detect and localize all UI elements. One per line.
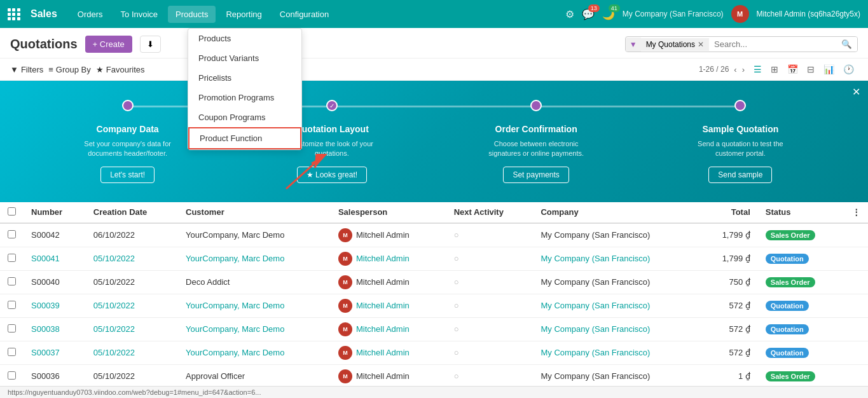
nav-orders[interactable]: Orders (70, 6, 111, 23)
cell-activity[interactable]: ○ (446, 247, 534, 270)
pivot-view-button[interactable]: ⊟ (803, 62, 818, 76)
cell-total: 572 ₫ (700, 294, 758, 317)
cell-salesperson: M Mitchell Admin (331, 270, 446, 294)
step3-button[interactable]: Set payments (503, 167, 568, 183)
dropdown-coupon-programs[interactable]: Coupon Programs (188, 107, 301, 127)
search-input[interactable] (709, 37, 836, 51)
cell-salesperson: M Mitchell Admin (331, 364, 446, 388)
my-quotations-filter[interactable]: My Quotations ✕ (641, 38, 709, 51)
cell-total: 750 ₫ (700, 270, 758, 294)
row-checkbox[interactable] (0, 247, 24, 270)
search-button[interactable]: 🔍 (836, 37, 857, 51)
nav-reporting[interactable]: Reporting (218, 6, 269, 23)
create-button[interactable]: + Create (85, 36, 132, 53)
nav-products[interactable]: Products (168, 6, 216, 23)
row-checkbox[interactable] (0, 364, 24, 388)
col-options[interactable]: ⋮ (844, 202, 868, 223)
cell-status: Quotation (758, 247, 844, 270)
row-checkbox[interactable] (0, 223, 24, 247)
cell-activity[interactable]: ○ (446, 364, 534, 388)
cell-number[interactable]: S00037 (24, 341, 86, 364)
cell-salesperson: M Mitchell Admin (331, 294, 446, 317)
step4-desc: Send a quotation to test the customer po… (689, 139, 791, 159)
table-row: S00041 05/10/2022 YourCompany, Marc Demo… (0, 247, 868, 270)
banner-close-button[interactable]: ✕ (852, 86, 860, 98)
dropdown-pricelists[interactable]: Pricelists (188, 68, 301, 88)
chat-badge[interactable]: 💬 13 (582, 8, 595, 20)
cell-customer[interactable]: Approval Officer (178, 364, 331, 388)
row-checkbox[interactable] (0, 317, 24, 341)
next-page-button[interactable]: › (742, 65, 745, 74)
banner-step-sample: Sample Quotation Send a quotation to tes… (638, 100, 843, 183)
cell-number[interactable]: S00040 (24, 270, 86, 294)
cell-number[interactable]: S00036 (24, 364, 86, 388)
kanban-view-button[interactable]: ⊞ (767, 62, 782, 76)
col-customer: Customer (178, 202, 331, 223)
app-logo[interactable] (8, 8, 20, 20)
table-row: S00040 05/10/2022 Deco Addict M Mitchell… (0, 270, 868, 294)
red-arrow (280, 154, 337, 195)
cell-activity[interactable]: ○ (446, 341, 534, 364)
step3-desc: Choose between electronic signatures or … (485, 139, 587, 159)
step4-button[interactable]: Send sample (708, 167, 772, 183)
data-table-container: Number Creation Date Customer Salesperso… (0, 202, 868, 388)
cell-customer[interactable]: YourCompany, Marc Demo (178, 223, 331, 247)
status-bar: https://nguyentuanduy0703.viindoo.com/we… (0, 386, 868, 398)
cell-number[interactable]: S00041 (24, 247, 86, 270)
row-checkbox[interactable] (0, 341, 24, 364)
cell-activity[interactable]: ○ (446, 294, 534, 317)
group-by-button[interactable]: ≡ Group By (48, 65, 91, 74)
cell-total: 1,799 ₫ (700, 247, 758, 270)
dropdown-products[interactable]: Products (188, 29, 301, 48)
nav-to-invoice[interactable]: To Invoice (113, 6, 166, 23)
cell-salesperson: M Mitchell Admin (331, 317, 446, 341)
select-all-checkbox[interactable] (0, 202, 24, 223)
nav-configuration[interactable]: Configuration (272, 6, 336, 23)
cell-customer[interactable]: YourCompany, Marc Demo (178, 341, 331, 364)
cell-date: 05/10/2022 (86, 294, 178, 317)
prev-page-button[interactable]: ‹ (734, 65, 736, 74)
moon-badge[interactable]: 🌙 41 (602, 8, 615, 20)
cell-customer[interactable]: YourCompany, Marc Demo (178, 294, 331, 317)
star-icon: ★ (96, 65, 104, 74)
row-checkbox[interactable] (0, 270, 24, 294)
download-button[interactable]: ⬇ (140, 36, 161, 53)
table-row: S00038 05/10/2022 YourCompany, Marc Demo… (0, 317, 868, 341)
cell-number[interactable]: S00042 (24, 223, 86, 247)
settings-icon[interactable]: ⚙ (565, 8, 574, 20)
graph-view-button[interactable]: 📊 (820, 62, 838, 76)
cell-activity[interactable]: ○ (446, 317, 534, 341)
cell-date: 06/10/2022 (86, 223, 178, 247)
dropdown-product-variants[interactable]: Product Variants (188, 48, 301, 68)
cell-status: Sales Order (758, 223, 844, 247)
cell-activity[interactable]: ○ (446, 223, 534, 247)
cell-number[interactable]: S00039 (24, 294, 86, 317)
list-view-button[interactable]: ☰ (750, 62, 766, 76)
favourites-button[interactable]: ★ Favourites (96, 65, 145, 74)
user-avatar[interactable]: M (731, 5, 749, 23)
cell-total: 1,799 ₫ (700, 223, 758, 247)
top-navigation: Sales Orders To Invoice Products Reporti… (0, 0, 868, 28)
clock-view-button[interactable]: 🕐 (839, 62, 858, 76)
remove-filter-button[interactable]: ✕ (698, 40, 704, 49)
filter-icon: ▼ (10, 65, 18, 74)
dropdown-product-function[interactable]: Product Function (188, 127, 301, 149)
cell-customer[interactable]: YourCompany, Marc Demo (178, 247, 331, 270)
filters-button[interactable]: ▼ Filters (10, 65, 43, 74)
calendar-view-button[interactable]: 📅 (783, 62, 802, 76)
cell-customer[interactable]: YourCompany, Marc Demo (178, 317, 331, 341)
cell-customer[interactable]: Deco Addict (178, 270, 331, 294)
step1-button[interactable]: Let's start! (100, 167, 155, 183)
cell-number[interactable]: S00038 (24, 317, 86, 341)
cell-activity[interactable]: ○ (446, 270, 534, 294)
pagination-area: 1-26 / 26 ‹ › ☰ ⊞ 📅 ⊟ 📊 🕐 (699, 62, 858, 76)
search-area: ▼ My Quotations ✕ 🔍 (625, 36, 858, 52)
cell-date: 05/10/2022 (86, 270, 178, 294)
cell-company: My Company (San Francisco) (533, 341, 699, 364)
banner-step-confirmation: Order Confirmation Choose between electr… (434, 100, 638, 183)
page-header: Quotations + Create ⬇ ▼ My Quotations ✕ … (0, 28, 868, 58)
dropdown-promotion-programs[interactable]: Promotion Programs (188, 88, 301, 107)
cell-date: 05/10/2022 (86, 341, 178, 364)
step3-dot (530, 100, 542, 111)
row-checkbox[interactable] (0, 294, 24, 317)
